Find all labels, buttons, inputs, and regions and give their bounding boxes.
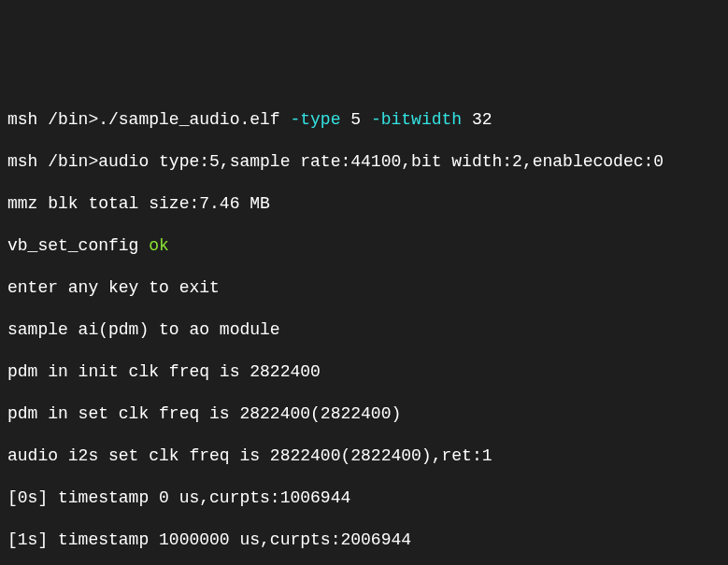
output-line: pdm in init clk freq is 2822400 bbox=[7, 361, 721, 383]
command-exec: ./sample_audio.elf bbox=[98, 110, 290, 129]
status-ok: ok bbox=[149, 236, 169, 255]
shell-prompt: msh /bin> bbox=[7, 110, 98, 129]
output-line: mmz blk total size:7.46 MB bbox=[7, 193, 721, 215]
config-label: vb_set_config bbox=[7, 236, 149, 255]
arg-bitwidth-value: 32 bbox=[462, 110, 492, 129]
timestamp-line: [0s] timestamp 0 us,curpts:1006944 bbox=[7, 487, 721, 509]
arg-bitwidth-flag: -bitwidth bbox=[371, 110, 462, 129]
output-line: msh /bin>audio type:5,sample rate:44100,… bbox=[7, 151, 721, 173]
arg-type-flag: -type bbox=[290, 110, 340, 129]
output-line: audio i2s set clk freq is 2822400(282240… bbox=[7, 445, 721, 467]
output-line: pdm in set clk freq is 2822400(2822400) bbox=[7, 403, 721, 425]
arg-type-value: 5 bbox=[340, 110, 370, 129]
output-line: enter any key to exit bbox=[7, 277, 721, 299]
timestamp-line: [1s] timestamp 1000000 us,curpts:2006944 bbox=[7, 530, 721, 551]
output-line: sample ai(pdm) to ao module bbox=[7, 319, 721, 341]
terminal-output[interactable]: msh /bin>./sample_audio.elf -type 5 -bit… bbox=[7, 88, 721, 565]
command-line: msh /bin>./sample_audio.elf -type 5 -bit… bbox=[7, 109, 721, 131]
output-line: vb_set_config ok bbox=[7, 235, 721, 257]
